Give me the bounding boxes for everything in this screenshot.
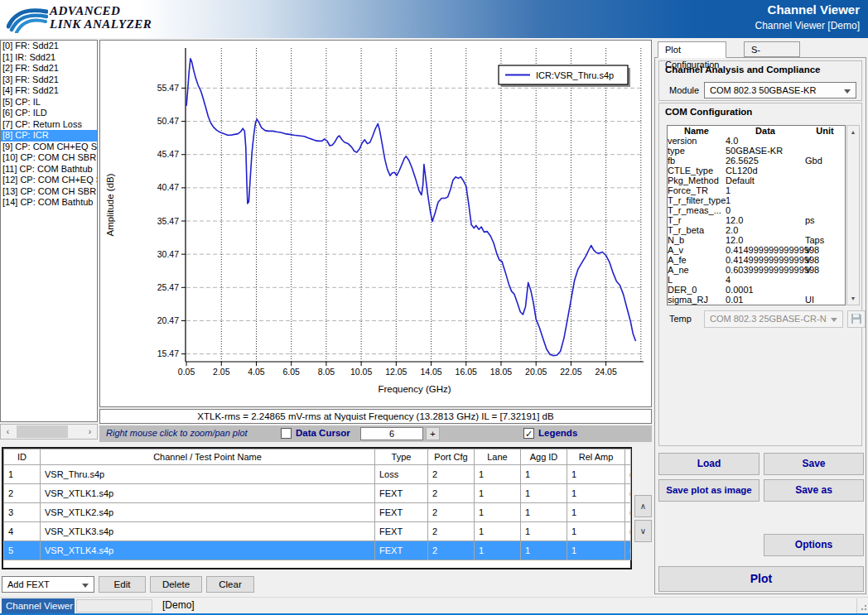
trace-list-item[interactable]: [0] FR: Sdd21: [1, 41, 97, 52]
com-table-row[interactable]: A_fe0.41499999999999998V: [668, 255, 845, 265]
com-table-cell[interactable]: [805, 195, 845, 205]
com-table-cell[interactable]: [805, 205, 845, 215]
trace-list-item[interactable]: [11] CP: COM Bathtub: [1, 164, 97, 175]
com-table-cell[interactable]: V: [805, 265, 845, 275]
hscroll-thumb[interactable]: [17, 425, 68, 438]
plot-canvas[interactable]: 15.4720.4725.4730.4735.4740.4745.4750.47…: [99, 40, 652, 407]
plot-button[interactable]: Plot: [658, 566, 864, 592]
com-table-cell[interactable]: T_r_beta: [668, 225, 726, 235]
table-cell[interactable]: VSR_XTLK2.s4p: [41, 503, 375, 522]
com-table-cell[interactable]: 50GBASE-KR: [726, 146, 805, 156]
com-table-cell[interactable]: A_ne: [668, 265, 726, 275]
table-cell[interactable]: 1: [521, 465, 567, 484]
table-cell[interactable]: 1: [475, 465, 521, 484]
table-cell[interactable]: Loss: [375, 465, 428, 484]
com-table-cell[interactable]: V: [805, 245, 845, 255]
delete-button[interactable]: Delete: [150, 576, 202, 593]
com-table-cell[interactable]: 4.0: [726, 136, 805, 146]
com-table-cell[interactable]: sigma_RJ: [668, 295, 726, 305]
trace-list-hscrollbar[interactable]: ‹ ›: [0, 424, 98, 440]
table-cell[interactable]: 1: [567, 484, 625, 503]
com-table-row[interactable]: version4.0: [668, 136, 845, 146]
com-table-row[interactable]: T_r_beta2.0: [668, 225, 845, 235]
com-table-cell[interactable]: Default: [726, 175, 805, 185]
load-button[interactable]: Load: [658, 453, 760, 475]
scroll-down-icon[interactable]: ▼: [847, 292, 859, 305]
com-table-cell[interactable]: Taps: [805, 235, 845, 245]
save-plot-as-image-button[interactable]: Save plot as image: [658, 479, 760, 502]
com-table-row[interactable]: N_b12.0Taps: [668, 235, 845, 245]
com-table-cell[interactable]: fb: [668, 156, 726, 166]
com-table-row[interactable]: T_r_filter_type1: [668, 195, 845, 205]
table-row[interactable]: 5VSR_XTLK4.s4pFEXT2111((: [4, 541, 631, 560]
com-table-cell[interactable]: 0.41499999999999998: [726, 255, 805, 265]
com-table-cell[interactable]: A_fe: [668, 255, 726, 265]
com-table-row[interactable]: T_r_meas_...0: [668, 205, 845, 215]
clear-button[interactable]: Clear: [206, 576, 254, 593]
table-cell[interactable]: ((: [625, 484, 631, 503]
com-table-row[interactable]: CTLE_typeCL120d: [668, 166, 845, 175]
com-table-cell[interactable]: Gbd: [805, 156, 845, 166]
cursor-count-input[interactable]: [360, 427, 423, 440]
save-as-button[interactable]: Save as: [764, 479, 864, 502]
com-table-cell[interactable]: type: [668, 146, 726, 156]
com-table-cell[interactable]: 1: [726, 185, 805, 195]
com-table-cell[interactable]: 26.5625: [726, 156, 805, 166]
trace-list-item[interactable]: [1] IR: Sdd21: [1, 52, 97, 64]
tab-s-parameter-mode[interactable]: S-parameter Mode: [744, 41, 800, 57]
com-table-cell[interactable]: [805, 166, 845, 175]
com-table-cell[interactable]: ps: [805, 215, 845, 225]
com-table-cell[interactable]: L: [668, 275, 726, 285]
com-table-cell[interactable]: UI: [805, 295, 845, 305]
trace-list-item[interactable]: [3] FR: Sdd21: [1, 74, 97, 86]
table-cell[interactable]: VSR_XTLK4.s4p: [41, 541, 375, 560]
com-table-row[interactable]: A_ne0.60399999999999998V: [668, 265, 845, 275]
com-table-cell[interactable]: Pkg_Method: [668, 175, 726, 185]
table-cell[interactable]: 1: [567, 522, 625, 541]
table-cell[interactable]: 1: [521, 484, 567, 503]
table-cell[interactable]: 5: [4, 541, 41, 560]
com-table-row[interactable]: Force_TR1: [668, 185, 845, 195]
trace-list-item[interactable]: [8] CP: ICR: [1, 130, 97, 142]
com-table-row[interactable]: Pkg_MethodDefault: [668, 175, 845, 185]
com-table-cell[interactable]: 0.01: [726, 295, 805, 305]
table-cell[interactable]: ((: [625, 541, 631, 560]
com-table-cell[interactable]: A_v: [668, 245, 726, 255]
tab-plot-configuration[interactable]: Plot Configuration: [658, 41, 726, 58]
table-cell[interactable]: FEXT: [375, 522, 428, 541]
trace-list-item[interactable]: [10] CP: COM CH SBR: [1, 152, 97, 164]
edit-button[interactable]: Edit: [99, 576, 146, 593]
com-table-row[interactable]: sigma_RJ0.01UI: [668, 295, 845, 305]
table-cell[interactable]: 3: [4, 503, 41, 522]
table-row[interactable]: 3VSR_XTLK2.s4pFEXT2111((: [4, 503, 631, 522]
table-cell[interactable]: 1: [567, 465, 625, 484]
save-button[interactable]: Save: [764, 453, 864, 475]
com-table-cell[interactable]: T_r_meas_...: [668, 205, 726, 215]
com-table-cell[interactable]: DER_0: [668, 285, 726, 295]
table-cell[interactable]: 2: [428, 503, 475, 522]
trace-list-item[interactable]: [5] CP: IL: [1, 97, 97, 108]
scroll-left-icon[interactable]: ‹: [1, 425, 15, 439]
table-cell[interactable]: ((: [625, 503, 631, 522]
com-table-cell[interactable]: V: [805, 255, 845, 265]
table-cell[interactable]: 1: [475, 541, 521, 560]
add-fext-dropdown[interactable]: Add FEXT: [2, 576, 94, 593]
table-cell[interactable]: 1: [475, 522, 521, 541]
table-cell[interactable]: 1: [567, 503, 625, 522]
com-config-table[interactable]: NameDataUnitversion4.0type50GBASE-KRfb26…: [667, 125, 846, 305]
move-row-down-button[interactable]: ∨: [634, 520, 652, 542]
table-row[interactable]: 4VSR_XTLK3.s4pFEXT2111((: [4, 522, 631, 541]
trace-list[interactable]: [0] FR: Sdd21[1] IR: Sdd21[2] FR: Sdd21[…: [0, 40, 98, 422]
com-table-row[interactable]: DER_00.0001: [668, 285, 845, 295]
module-dropdown[interactable]: COM 802.3 50GBASE-KR: [704, 82, 856, 98]
table-cell[interactable]: 1: [567, 541, 625, 560]
table-cell[interactable]: 2: [428, 522, 475, 541]
table-cell[interactable]: 1: [475, 503, 521, 522]
data-cursor-checkbox[interactable]: [281, 428, 292, 439]
scroll-up-icon[interactable]: ▲: [847, 126, 859, 138]
com-table-cell[interactable]: 0.60399999999999998: [726, 265, 805, 275]
com-table-cell[interactable]: T_r_filter_type: [668, 195, 726, 205]
com-table-cell[interactable]: [805, 175, 845, 185]
trace-list-item[interactable]: [4] FR: Sdd21: [1, 85, 97, 97]
table-cell[interactable]: 1: [521, 541, 567, 560]
